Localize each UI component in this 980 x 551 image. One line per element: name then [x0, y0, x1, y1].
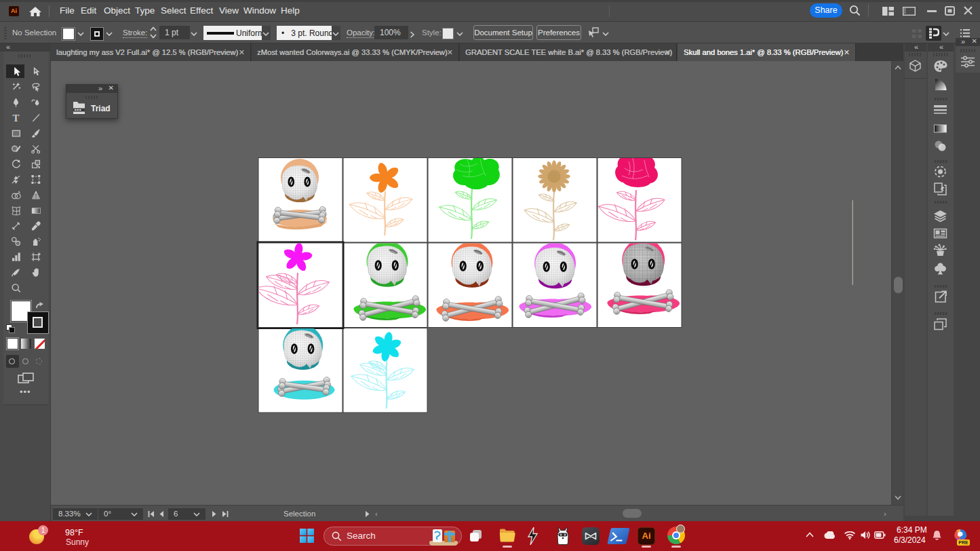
- svg-text:T: T: [13, 113, 20, 124]
